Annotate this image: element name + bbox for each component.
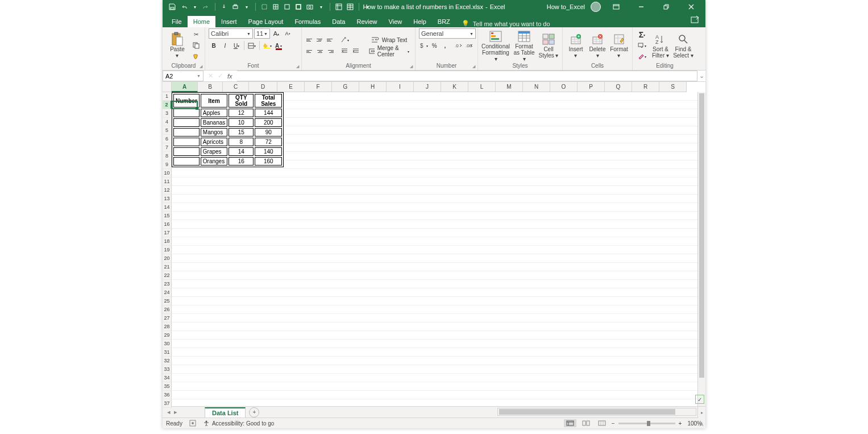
- row-header-1[interactable]: 1: [163, 92, 172, 101]
- table-cell[interactable]: 16: [229, 157, 254, 166]
- qat-dropdown-icon[interactable]: ▼: [243, 3, 251, 11]
- col-header-P[interactable]: P: [578, 82, 605, 92]
- font-size-combo[interactable]: 11▼: [254, 28, 270, 39]
- borders-all-icon[interactable]: [272, 3, 280, 11]
- table-cell[interactable]: 14: [229, 147, 254, 156]
- add-sheet-button[interactable]: +: [249, 407, 259, 418]
- decrease-decimal-icon[interactable]: .00: [464, 40, 474, 51]
- row-header-18[interactable]: 18: [163, 237, 172, 246]
- number-format-combo[interactable]: General▼: [419, 28, 476, 39]
- close-icon[interactable]: [682, 0, 701, 14]
- row-header-9[interactable]: 9: [163, 160, 172, 169]
- table-cell[interactable]: Oranges: [201, 157, 227, 166]
- fx-icon[interactable]: fx: [227, 73, 232, 80]
- page-break-view-icon[interactable]: [596, 419, 608, 427]
- format-painter-icon[interactable]: [191, 52, 201, 62]
- col-header-E[interactable]: E: [277, 82, 305, 92]
- borders-thick-icon[interactable]: [294, 3, 302, 11]
- touch-mode-icon[interactable]: [220, 3, 228, 11]
- print-preview-icon[interactable]: [231, 3, 239, 11]
- col-header-R[interactable]: R: [632, 82, 659, 92]
- col-header-B[interactable]: B: [198, 82, 223, 92]
- borders-icon[interactable]: ▾: [247, 40, 257, 51]
- col-header-K[interactable]: K: [441, 82, 468, 92]
- tab-data[interactable]: Data: [326, 16, 351, 27]
- cancel-formula-icon[interactable]: ✕: [208, 72, 213, 80]
- row-header-5[interactable]: 5: [163, 126, 172, 135]
- percent-format-icon[interactable]: %: [430, 40, 439, 51]
- row-header-33[interactable]: 33: [163, 365, 172, 374]
- align-right-icon[interactable]: [326, 47, 335, 55]
- font-color-icon[interactable]: A▾: [273, 40, 284, 51]
- row-header-16[interactable]: 16: [163, 220, 172, 229]
- table-cell[interactable]: 8: [229, 138, 254, 146]
- cell-styles-button[interactable]: Cell Styles ▾: [538, 32, 559, 59]
- table-cell[interactable]: Apples: [201, 109, 227, 117]
- clear-icon[interactable]: ▾: [636, 51, 648, 61]
- table-icon[interactable]: [346, 3, 354, 11]
- macro-record-icon[interactable]: [189, 420, 196, 427]
- cells-area[interactable]: NumberItemQTY SoldTotal SalesApples12144…: [172, 92, 697, 406]
- table-cell[interactable]: 90: [255, 128, 282, 137]
- alignment-launcher-icon[interactable]: ◢: [410, 64, 413, 69]
- col-header-H[interactable]: H: [359, 82, 387, 92]
- increase-indent-icon[interactable]: [351, 46, 361, 56]
- sheet-nav-first-icon[interactable]: ◂: [167, 408, 171, 416]
- page-layout-view-icon[interactable]: [580, 419, 592, 427]
- row-header-32[interactable]: 32: [163, 357, 172, 365]
- row-header-23[interactable]: 23: [163, 280, 172, 288]
- row-header-12[interactable]: 12: [163, 186, 172, 195]
- insert-cells-button[interactable]: Insert▾: [566, 32, 585, 59]
- row-header-25[interactable]: 25: [163, 297, 172, 305]
- row-header-30[interactable]: 30: [163, 340, 172, 348]
- tab-insert[interactable]: Insert: [215, 16, 243, 27]
- decrease-indent-icon[interactable]: [339, 46, 350, 56]
- comma-format-icon[interactable]: ,: [441, 40, 450, 51]
- align-top-icon[interactable]: [305, 36, 314, 44]
- col-header-N[interactable]: N: [523, 82, 550, 92]
- sort-filter-button[interactable]: AZ Sort & Filter ▾: [650, 32, 671, 59]
- format-cells-button[interactable]: Format▾: [609, 32, 629, 59]
- share-icon[interactable]: [691, 15, 701, 24]
- select-all-corner[interactable]: [163, 82, 172, 92]
- row-header-4[interactable]: 4: [163, 118, 172, 126]
- table-cell[interactable]: 15: [229, 128, 254, 137]
- table-cell[interactable]: Apricots: [201, 138, 227, 146]
- row-header-28[interactable]: 28: [163, 323, 172, 331]
- zoom-in-icon[interactable]: +: [679, 420, 682, 427]
- ribbon-display-icon[interactable]: [607, 0, 626, 14]
- orientation-icon[interactable]: ▾: [339, 35, 350, 45]
- zoom-out-icon[interactable]: −: [612, 420, 615, 427]
- quick-analysis-icon[interactable]: ✓: [695, 395, 704, 404]
- align-left-icon[interactable]: [305, 47, 314, 55]
- tab-page-layout[interactable]: Page Layout: [243, 16, 289, 27]
- user-avatar-icon[interactable]: [591, 2, 601, 12]
- name-box[interactable]: A2 ▼: [163, 71, 203, 81]
- col-header-G[interactable]: G: [332, 82, 359, 92]
- collapse-ribbon-icon[interactable]: ᐱ: [700, 421, 703, 427]
- table-cell[interactable]: Bananas: [201, 118, 227, 127]
- tab-home[interactable]: Home: [188, 16, 215, 27]
- enter-formula-icon[interactable]: ✓: [218, 72, 223, 80]
- row-header-17[interactable]: 17: [163, 229, 172, 237]
- row-header-7[interactable]: 7: [163, 143, 172, 152]
- table-cell[interactable]: [173, 157, 200, 166]
- normal-view-icon[interactable]: [564, 419, 576, 427]
- tab-brz[interactable]: BRZ: [432, 16, 456, 27]
- table-header[interactable]: Item: [201, 94, 227, 108]
- borders-none-icon[interactable]: [260, 3, 268, 11]
- font-name-combo[interactable]: Calibri▼: [209, 28, 253, 39]
- wrap-text-button[interactable]: Wrap Text: [367, 35, 412, 45]
- restore-icon[interactable]: [657, 0, 676, 14]
- row-header-19[interactable]: 19: [163, 246, 172, 254]
- redo-icon[interactable]: [202, 3, 210, 11]
- table-cell[interactable]: 10: [229, 118, 254, 127]
- row-header-34[interactable]: 34: [163, 374, 172, 382]
- sheet-nav-last-icon[interactable]: ▸: [174, 408, 177, 416]
- row-header-8[interactable]: 8: [163, 152, 172, 160]
- tab-file[interactable]: File: [166, 16, 188, 27]
- formula-input[interactable]: [237, 71, 697, 81]
- tab-review[interactable]: Review: [351, 16, 383, 27]
- row-header-6[interactable]: 6: [163, 135, 172, 143]
- vertical-scrollbar[interactable]: [697, 92, 705, 406]
